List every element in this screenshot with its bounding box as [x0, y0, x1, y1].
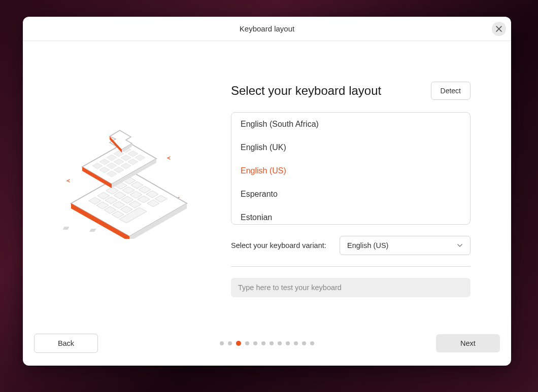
window-title: Keyboard layout	[240, 24, 294, 33]
svg-rect-4	[89, 229, 96, 232]
step-dot-5	[253, 341, 257, 345]
detect-button[interactable]: Detect	[431, 82, 470, 100]
step-dot-9	[286, 341, 290, 345]
form-panel: Select your keyboard layout Detect Engli…	[231, 82, 511, 330]
heading-row: Select your keyboard layout Detect	[231, 82, 470, 100]
back-button[interactable]: Back	[34, 334, 98, 353]
step-indicator	[220, 341, 314, 346]
layout-item-english-us[interactable]: English (US)	[231, 159, 470, 183]
next-button[interactable]: Next	[436, 334, 500, 352]
footer: Back Next	[23, 330, 511, 366]
divider	[231, 266, 470, 267]
titlebar: Keyboard layout	[23, 17, 511, 41]
layout-list[interactable]: English (South Africa) English (UK) Engl…	[231, 112, 470, 225]
step-dot-11	[302, 341, 306, 345]
installer-window: Keyboard layout	[23, 17, 511, 366]
layout-item-estonian[interactable]: Estonian	[231, 206, 470, 225]
step-dot-2	[228, 341, 232, 345]
step-dot-3	[236, 341, 241, 346]
layout-item-english-south-africa[interactable]: English (South Africa)	[231, 113, 470, 136]
page-heading: Select your keyboard layout	[231, 84, 381, 98]
step-dot-4	[245, 341, 249, 345]
chevron-down-icon	[457, 242, 463, 248]
content-area: Select your keyboard layout Detect Engli…	[23, 41, 511, 330]
keyboard-test-input[interactable]	[231, 278, 470, 297]
step-dot-1	[220, 341, 224, 345]
close-button[interactable]	[492, 22, 506, 36]
step-dot-12	[310, 341, 314, 345]
variant-selected-value: English (US)	[347, 241, 388, 250]
step-dot-10	[294, 341, 298, 345]
variant-label: Select your keyboard variant:	[231, 241, 326, 250]
close-icon	[496, 26, 502, 32]
step-dot-7	[270, 341, 274, 345]
keyboard-icon	[61, 127, 193, 239]
variant-row: Select your keyboard variant: English (U…	[231, 236, 470, 255]
illustration-panel	[23, 82, 231, 330]
layout-item-english-uk[interactable]: English (UK)	[231, 136, 470, 159]
layout-item-esperanto[interactable]: Esperanto	[231, 183, 470, 206]
step-dot-6	[261, 341, 265, 345]
svg-rect-1	[62, 227, 69, 230]
variant-select[interactable]: English (US)	[340, 236, 470, 255]
step-dot-8	[278, 341, 282, 345]
